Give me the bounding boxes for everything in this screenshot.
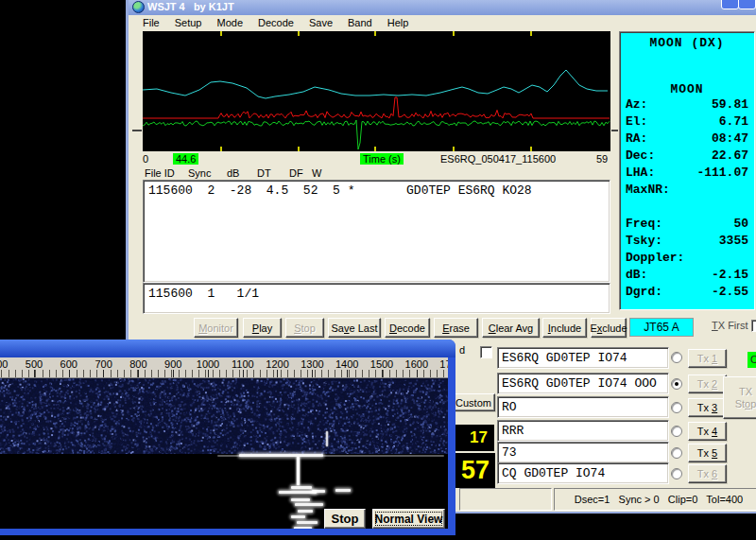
tx2-message-field[interactable]: ES6RQ GD0TEP IO74 OOO bbox=[497, 373, 669, 394]
normal-view-button[interactable]: Normal View bbox=[372, 509, 445, 529]
moon-row-dgrd: Dgrd:-2.55 bbox=[620, 284, 754, 301]
tx1-button[interactable]: Tx 1 bbox=[688, 349, 727, 368]
x-axis-max: 59 bbox=[596, 153, 608, 165]
signal-trace-mark bbox=[298, 510, 313, 513]
decode-line: 115600 2 -28 4.5 52 5 * GD0TEP ES6RQ KO2… bbox=[148, 183, 532, 198]
play-button[interactable]: Play bbox=[243, 318, 282, 338]
tx5-message-field[interactable]: 73 bbox=[497, 442, 669, 463]
erase-button[interactable]: Erase bbox=[434, 318, 478, 338]
tx5-button[interactable]: Tx 5 bbox=[688, 444, 727, 462]
header-df: DF bbox=[289, 167, 303, 179]
maximize-button[interactable] bbox=[738, 0, 756, 9]
ruler-label-1200: 1200 bbox=[266, 358, 288, 370]
partial-green-button[interactable]: C bbox=[747, 352, 756, 368]
ruler-label-800: 800 bbox=[129, 358, 146, 370]
x-axis-min: 0 bbox=[143, 153, 148, 165]
signal-trace-mark bbox=[279, 491, 317, 494]
header-db: dB bbox=[227, 167, 239, 179]
ruler-label-600: 600 bbox=[60, 358, 77, 370]
ruler-ticks bbox=[0, 370, 448, 377]
ruler-label-500: 500 bbox=[26, 358, 43, 370]
ruler-label-1500: 1500 bbox=[370, 358, 393, 370]
small-checkbox[interactable] bbox=[480, 346, 492, 358]
tx6-button[interactable]: Tx 6 bbox=[688, 464, 727, 483]
menu-mode[interactable]: Mode bbox=[210, 16, 249, 29]
ruler-label-700: 700 bbox=[94, 358, 112, 370]
save-last-button[interactable]: Save Last bbox=[328, 318, 381, 338]
moon-row-tsky: Tsky:3355 bbox=[620, 233, 754, 250]
file-name-label: ES6RQ_050417_115600 bbox=[440, 153, 556, 165]
moon-row-el: El:6.71 bbox=[620, 113, 754, 131]
tx1-message-field[interactable]: ES6RQ GD0TEP IO74 bbox=[497, 347, 669, 369]
custom-button[interactable]: Custom bbox=[452, 393, 495, 411]
signal-graph bbox=[143, 31, 610, 151]
tx4-button[interactable]: Tx 4 bbox=[688, 422, 727, 441]
decode-button[interactable]: Decode bbox=[385, 318, 430, 338]
ruler-label-900: 900 bbox=[164, 358, 181, 370]
signal-trace-mark bbox=[312, 490, 325, 493]
menu-file[interactable]: File bbox=[136, 16, 166, 29]
moon-row-freq: Freq:50 bbox=[620, 216, 754, 233]
menu-setup[interactable]: Setup bbox=[168, 16, 209, 29]
window-title: WSJT 4 by K1JT bbox=[147, 0, 234, 14]
menu-bar: File Setup Mode Decode Save Band Help bbox=[129, 15, 756, 30]
tx2-button[interactable]: Tx 2 bbox=[688, 375, 727, 393]
stop-button[interactable]: Stop bbox=[285, 318, 324, 338]
moon-row-ra: RA:08:47 bbox=[620, 131, 754, 148]
tx4-message-field[interactable]: RRR bbox=[497, 420, 669, 442]
main-title-bar[interactable]: WSJT 4 by K1JT bbox=[129, 0, 756, 15]
header-sync: Sync bbox=[188, 167, 211, 179]
moon-row-dec: Dec:22.67 bbox=[620, 148, 754, 165]
average-output-box[interactable]: 115600 1 1/1 bbox=[143, 283, 610, 314]
moon-panel-title: MOON (DX) bbox=[620, 36, 754, 50]
signal-trace-mark bbox=[295, 503, 323, 506]
mode-indicator: JT65 A bbox=[629, 318, 694, 337]
decode-output-box[interactable]: 115600 2 -28 4.5 52 5 * GD0TEP ES6RQ KO2… bbox=[143, 180, 610, 283]
signal-trace-mark bbox=[335, 489, 351, 492]
tx5-radio[interactable] bbox=[671, 447, 682, 459]
moon-row-az: Az:59.81 bbox=[620, 96, 754, 113]
menu-save[interactable]: Save bbox=[302, 16, 339, 29]
tx4-radio[interactable] bbox=[671, 426, 682, 437]
moon-dx-panel: MOON (DX) MOON Az:59.81 El:6.71 RA:08:47… bbox=[619, 31, 755, 310]
tx3-message-field[interactable]: RO bbox=[497, 396, 669, 418]
waterfall-noise-display bbox=[0, 378, 448, 454]
waterfall-stop-button[interactable]: Stop bbox=[324, 509, 366, 529]
tx2-radio[interactable] bbox=[671, 378, 682, 390]
tx3-button[interactable]: Tx 3 bbox=[688, 398, 727, 417]
minimize-button[interactable] bbox=[721, 0, 739, 9]
frequency-ruler: 4005006007008009001000110012001300140015… bbox=[0, 357, 448, 378]
tx-first-label: TX First bbox=[712, 320, 748, 331]
wsjt-globe-icon bbox=[132, 1, 145, 13]
graph-traces bbox=[143, 31, 610, 151]
tx-first-checkbox[interactable] bbox=[751, 320, 756, 332]
signal-trace-mark bbox=[239, 454, 323, 457]
ruler-label-1300: 1300 bbox=[301, 358, 323, 370]
graph-right-tick bbox=[611, 130, 618, 131]
desktop: { "main_window": { "title": "WSJT 4 by K… bbox=[0, 0, 756, 540]
tx-stop-button[interactable]: TX Stop bbox=[723, 376, 756, 419]
signal-trace-mark bbox=[291, 498, 310, 501]
moon-row-maxnr: MaxNR: bbox=[620, 182, 754, 199]
status-panel-left bbox=[459, 488, 552, 511]
moon-row-db: dB:-2.15 bbox=[620, 267, 754, 284]
waterfall-window: d 213) - Audio source : Sound Blaster AW… bbox=[0, 340, 455, 535]
menu-band[interactable]: Band bbox=[341, 16, 379, 29]
exclude-button[interactable]: Exclude bbox=[591, 318, 627, 338]
monitor-button[interactable]: Monitor bbox=[194, 318, 238, 338]
ruler-label-400: 400 bbox=[0, 358, 8, 370]
include-button[interactable]: Include bbox=[542, 318, 587, 338]
tx1-radio[interactable] bbox=[671, 352, 682, 363]
menu-help[interactable]: Help bbox=[381, 16, 416, 29]
clear-avg-button[interactable]: Clear Avg bbox=[482, 318, 540, 338]
signal-trace-mark bbox=[297, 521, 318, 524]
tx6-message-field[interactable]: CQ GD0TEP IO74 bbox=[497, 462, 669, 484]
tx6-radio[interactable] bbox=[671, 468, 682, 479]
signal-trace-mark bbox=[326, 431, 328, 446]
signal-trace-mark bbox=[291, 515, 305, 518]
waterfall-title-bar[interactable]: d 213) - Audio source : Sound Blaster AW… bbox=[0, 340, 455, 357]
menu-decode[interactable]: Decode bbox=[251, 16, 301, 29]
signal-trace-mark bbox=[291, 486, 312, 489]
tx3-radio[interactable] bbox=[671, 402, 682, 413]
ruler-label-1400: 1400 bbox=[335, 358, 358, 370]
